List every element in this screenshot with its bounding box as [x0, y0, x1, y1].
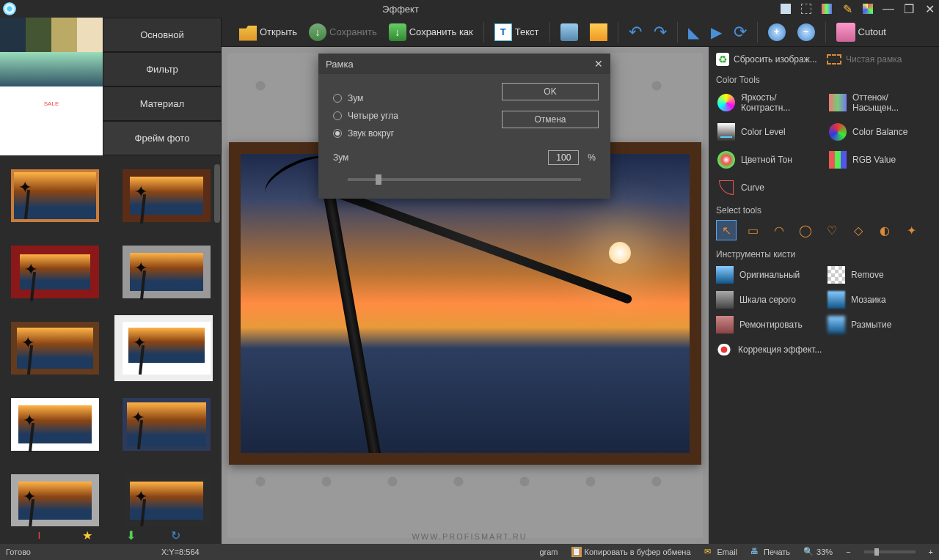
status-coords: X:Y=8:564 — [161, 548, 200, 556]
frame-dialog: Рамка ✕ Зум Четыре угла Звук вокруг Зум … — [318, 54, 610, 199]
curve-button[interactable]: Curve — [716, 176, 820, 199]
color-balance-button[interactable]: Color Balance — [827, 120, 932, 144]
flip-horizontal-button[interactable]: ◣ — [684, 22, 704, 43]
cat-main-button[interactable]: Основной — [103, 18, 222, 52]
color-tools-label: Color Tools — [716, 75, 932, 85]
tool-star-icon[interactable]: ★ — [82, 528, 95, 542]
brush-blur-button[interactable]: Размытие — [827, 314, 932, 336]
select-heart-icon[interactable]: ♡ — [822, 220, 842, 240]
titlebar-palette-icon[interactable] — [820, 2, 833, 15]
brush-repair-button[interactable]: Ремонтировать — [716, 314, 820, 336]
effect-correction-button[interactable]: Коррекция эффект... — [716, 342, 932, 358]
frame-item[interactable] — [114, 315, 219, 381]
status-bar: Готово X:Y=8:564 gram 📋Копировать в буфе… — [0, 544, 939, 560]
select-tools-label: Select tools — [716, 205, 932, 215]
status-program[interactable]: gram — [539, 548, 558, 556]
frame-item[interactable] — [3, 239, 107, 305]
tool-download-icon[interactable]: ⬇ — [126, 528, 139, 542]
titlebar-fullscreen-icon[interactable] — [800, 2, 813, 15]
flip-vertical-button[interactable]: ▶ — [706, 22, 726, 43]
status-ready: Готово — [6, 548, 31, 556]
color-level-button[interactable]: Color Level — [716, 120, 820, 144]
cat-thumb-material: SALE — [0, 86, 103, 121]
email-button[interactable] — [585, 22, 612, 43]
brush-original-button[interactable]: Оригинальный — [716, 264, 820, 286]
select-rounded-icon[interactable]: ◠ — [769, 220, 789, 240]
rotate-button[interactable]: ⟳ — [729, 21, 751, 43]
zoom-out-button[interactable] — [793, 22, 819, 43]
watermark-text: WWW.PROFISMART.RU — [412, 532, 527, 541]
rgb-value-button[interactable]: RGB Value — [827, 148, 932, 172]
frame-item[interactable] — [3, 468, 107, 526]
status-email[interactable]: ✉Email — [704, 547, 738, 557]
titlebar-notes-icon[interactable] — [779, 2, 792, 15]
cat-thumb-main — [0, 18, 103, 52]
hue-saturation-button[interactable]: Оттенок/Насыщен... — [827, 89, 932, 116]
frame-item[interactable] — [3, 163, 107, 229]
save-button[interactable]: Сохранить — [304, 22, 381, 43]
status-copy-clipboard[interactable]: 📋Копировать в буфер обмена — [571, 547, 691, 557]
zoom-slider[interactable] — [348, 178, 581, 181]
brush-grayscale-button[interactable]: Шкала серого — [716, 289, 820, 311]
frame-item[interactable] — [3, 315, 107, 381]
dialog-ok-button[interactable]: OK — [502, 83, 599, 100]
cat-filter-button[interactable]: Фильтр — [103, 52, 222, 86]
redo-button[interactable]: ↷ — [649, 21, 671, 43]
minimize-button[interactable]: — — [882, 2, 895, 15]
status-zoom-in-button[interactable]: + — [929, 548, 933, 556]
dialog-cancel-button[interactable]: Отмена — [502, 111, 599, 128]
cat-material-button[interactable]: Материал — [103, 86, 222, 121]
select-wand-icon[interactable]: ✦ — [901, 220, 921, 240]
frame-item[interactable] — [114, 391, 219, 457]
brightness-contrast-button[interactable]: Яркость/Контрастн... — [716, 89, 820, 116]
select-ellipse-icon[interactable]: ◯ — [795, 220, 816, 240]
sun-decoration — [609, 242, 631, 264]
select-pointer-icon[interactable]: ↖ — [716, 220, 737, 240]
dialog-header[interactable]: Рамка ✕ — [318, 54, 610, 74]
tool-brush-icon[interactable]: ı — [37, 528, 51, 542]
titlebar-grid-icon[interactable] — [861, 2, 874, 15]
brush-tools-label: Инструменты кисти — [716, 249, 932, 259]
zoom-input[interactable] — [548, 150, 579, 165]
select-lasso-icon[interactable]: ◐ — [874, 220, 895, 240]
undo-button[interactable]: ↶ — [624, 21, 646, 43]
cat-frame-photo-button[interactable]: Фрейм фото — [103, 121, 222, 155]
frames-grid — [0, 155, 222, 526]
frame-item[interactable] — [114, 239, 219, 305]
radio-sound-around[interactable]: Звук вокруг — [333, 128, 596, 139]
status-zoom-out-button[interactable]: − — [846, 548, 850, 556]
separator — [825, 22, 826, 43]
dialog-title: Рамка — [326, 59, 354, 70]
left-tool-row: ı ★ ⬇ ↻ — [0, 526, 222, 544]
frame-item[interactable] — [114, 468, 219, 526]
brush-remove-button[interactable]: Remove — [827, 264, 932, 286]
cutout-button[interactable]: Cutout — [832, 21, 891, 43]
color-tone-button[interactable]: Цветной Тон — [716, 148, 820, 172]
reset-image-button[interactable]: ♻Сбросить изображ... — [716, 53, 821, 66]
zoom-percent: % — [588, 152, 596, 163]
text-button[interactable]: Текст — [490, 22, 544, 43]
tool-refresh-icon[interactable]: ↻ — [171, 528, 184, 542]
frames-scrollbar[interactable] — [213, 164, 222, 515]
dialog-close-button[interactable]: ✕ — [594, 58, 603, 70]
print-button[interactable] — [556, 22, 582, 43]
app-icon — [3, 2, 16, 15]
clean-frame-button[interactable]: Чистая рамка — [827, 53, 932, 66]
frame-item[interactable] — [114, 163, 219, 229]
separator — [549, 22, 550, 43]
select-rect-icon[interactable]: ▭ — [742, 220, 763, 240]
select-polygon-icon[interactable]: ◇ — [848, 220, 869, 240]
status-zoom[interactable]: 🔍33% — [803, 547, 833, 557]
frame-item[interactable] — [3, 391, 107, 457]
maximize-button[interactable]: ❐ — [902, 2, 916, 15]
zoom-in-button[interactable] — [764, 22, 790, 43]
save-as-button[interactable]: Сохранить как — [384, 22, 478, 43]
status-zoom-slider[interactable] — [864, 550, 916, 553]
open-button[interactable]: Открыть — [235, 22, 302, 43]
zoom-label: Зум — [333, 152, 348, 163]
status-print[interactable]: 🖶Печать — [750, 547, 790, 557]
titlebar-pencil-icon[interactable]: ✎ — [841, 2, 854, 15]
close-button[interactable]: ✕ — [923, 2, 936, 15]
brush-mosaic-button[interactable]: Мозаика — [827, 289, 932, 311]
separator — [677, 22, 678, 43]
